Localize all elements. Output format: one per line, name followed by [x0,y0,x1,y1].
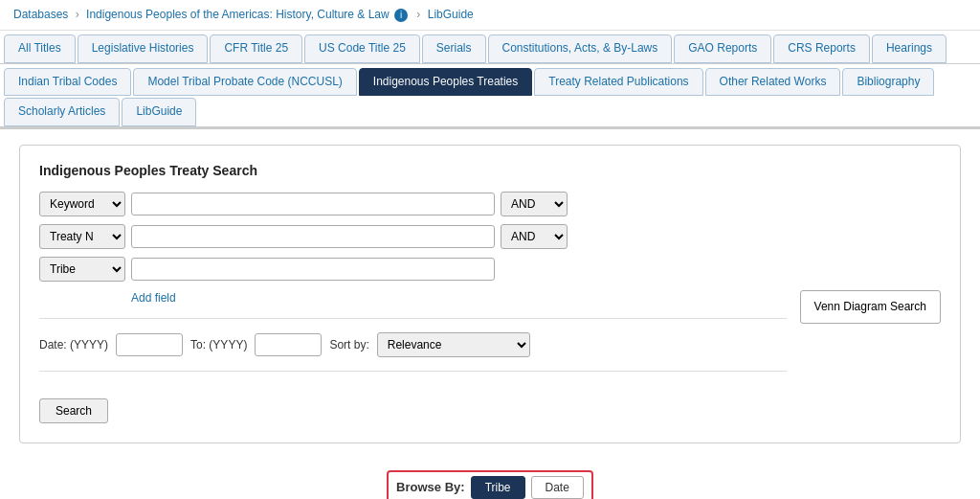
nav-tab-row1-gao-reports[interactable]: GAO Reports [674,34,771,63]
nav-tab-row1-legislative-histories[interactable]: Legislative Histories [78,34,209,63]
nav-tab-row2-treaty-related-publications[interactable]: Treaty Related Publications [534,68,702,97]
browse-by-row: Browse By: Tribe Date [387,470,593,499]
field-select-3[interactable]: Keyword Treaty N Tribe [39,257,125,282]
sort-select[interactable]: Relevance Date Title [377,332,530,357]
search-row-3: Keyword Treaty N Tribe [39,257,787,282]
field-select-2[interactable]: Keyword Treaty N Tribe [39,224,125,249]
sort-label: Sort by: [329,338,368,352]
nav-tab-row2-scholarly-articles[interactable]: Scholarly Articles [4,98,120,126]
date-sort-row: Date: (YYYY) To: (YYYY) Sort by: Relevan… [39,332,787,357]
nav-tab-row2-libguide[interactable]: LibGuide [122,98,196,126]
nav-tab-row1-crs-reports[interactable]: CRS Reports [773,34,870,63]
venn-area: Venn Diagram Search [800,192,941,423]
nav-tab-row1-all-titles[interactable]: All Titles [4,34,76,63]
main-content: Indigenous Peoples Treaty Search Keyword… [0,129,980,499]
nav-container: All TitlesLegislative HistoriesCFR Title… [0,31,980,129]
info-icon[interactable]: i [394,9,408,22]
browse-by-label: Browse By: [396,480,465,494]
date-to-label: To: (YYYY) [190,338,247,352]
browse-date-button[interactable]: Date [531,476,584,499]
nav-tab-row1-us-code-title-25[interactable]: US Code Title 25 [304,34,420,63]
search-box: Indigenous Peoples Treaty Search Keyword… [19,145,961,443]
breadcrumb: Databases › Indigenous Peoples of the Am… [0,0,980,31]
search-button[interactable]: Search [39,398,108,423]
search-input-2[interactable] [131,225,495,248]
browse-section: Browse By: Tribe Date ABCDEFGHIKLMNOPQRS… [19,461,961,499]
nav-tab-row1-constitutions-acts-by-laws[interactable]: Constitutions, Acts, & By-Laws [488,34,673,63]
breadcrumb-sep2: › [416,8,420,21]
nav-tab-row2-other-related-works[interactable]: Other Related Works [705,68,841,97]
field-select-1[interactable]: Keyword Treaty N Tribe [39,192,125,216]
nav-row2: Indian Tribal CodesModel Tribal Probate … [0,64,980,127]
venn-diagram-button[interactable]: Venn Diagram Search [800,290,941,324]
bool-select-1[interactable]: ANDORNOT [501,192,568,216]
nav-tab-row2-indigenous-peoples-treaties[interactable]: Indigenous Peoples Treaties [359,68,532,97]
date-to-input[interactable] [255,333,322,356]
nav-tab-row2-model-tribal-probate-code-(nccusl)[interactable]: Model Tribal Probate Code (NCCUSL) [133,68,356,97]
add-field-link[interactable]: Add field [131,291,176,305]
search-rows-area: Keyword Treaty N Tribe ANDORNOT Keyword … [39,192,941,423]
bool-select-2[interactable]: ANDORNOT [501,224,568,249]
nav-tab-row1-cfr-title-25[interactable]: CFR Title 25 [210,34,302,63]
nav-tab-row2-indian-tribal-codes[interactable]: Indian Tribal Codes [4,68,131,97]
search-input-1[interactable] [131,193,495,215]
search-row-2: Keyword Treaty N Tribe ANDORNOT [39,224,787,249]
date-from-label: Date: (YYYY) [39,338,108,352]
search-row-1: Keyword Treaty N Tribe ANDORNOT [39,192,787,216]
breadcrumb-libguide[interactable]: LibGuide [428,8,474,21]
breadcrumb-databases[interactable]: Databases [13,8,68,21]
date-from-input[interactable] [116,333,183,356]
breadcrumb-guide[interactable]: Indigenous Peoples of the Americas: Hist… [86,8,390,21]
search-input-3[interactable] [131,258,495,281]
nav-tab-row1-hearings[interactable]: Hearings [872,34,947,63]
nav-tab-row1-serials[interactable]: Serials [422,34,486,63]
nav-tab-row2-bibliography[interactable]: Bibliography [842,68,934,97]
breadcrumb-sep1: › [76,8,79,21]
browse-tribe-button[interactable]: Tribe [471,476,525,499]
search-title: Indigenous Peoples Treaty Search [39,163,941,178]
nav-row1: All TitlesLegislative HistoriesCFR Title… [0,31,980,64]
search-fields: Keyword Treaty N Tribe ANDORNOT Keyword … [39,192,787,423]
